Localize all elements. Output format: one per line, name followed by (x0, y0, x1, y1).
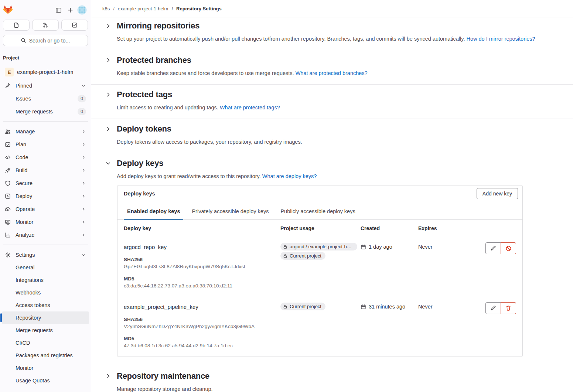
section-repository-maintenance: Repository maintenance Manage repository… (91, 366, 573, 392)
sidebar-item-label: Packages and registries (16, 352, 86, 358)
sidebar-item-deploy[interactable]: Deploy (2, 190, 89, 202)
project-usage-badge[interactable]: Current project (280, 303, 325, 310)
section-collapse-button[interactable] (105, 160, 111, 166)
create-new-button[interactable] (64, 4, 76, 16)
sidebar-item-integrations[interactable]: Integrations (2, 274, 89, 286)
sidebar-item-repository[interactable]: Repository (2, 311, 89, 324)
delete-key-button[interactable] (501, 302, 516, 314)
issues-shortcut-button[interactable] (3, 20, 30, 31)
sidebar-item-label: Merge requests (16, 109, 78, 115)
people-icon (5, 129, 11, 134)
sidebar-item-plan[interactable]: Plan (2, 138, 89, 151)
sidebar-item-analyze[interactable]: Analyze (2, 228, 89, 241)
merge-request-shortcut-icon (42, 22, 48, 28)
tab-publicly-accessible-deploy-keys[interactable]: Publicly accessible deploy keys (277, 202, 358, 219)
section-expand-button[interactable] (105, 23, 111, 29)
sidebar-item-general[interactable]: General (2, 261, 89, 274)
chart-icon (5, 232, 11, 238)
sidebar-item-label: Pinned (16, 83, 81, 89)
sidebar-item-webhooks[interactable]: Webhooks (2, 286, 89, 299)
sidebar-item-access-tokens[interactable]: Access tokens (2, 299, 89, 311)
search-placeholder: Search or go to... (29, 38, 70, 44)
sidebar-item-label: Manage (16, 129, 81, 134)
section-expand-button[interactable] (105, 126, 111, 132)
sidebar-item-monitor[interactable]: Monitor (2, 215, 89, 228)
breadcrumb-current: Repository Settings (168, 6, 221, 11)
section-expand-button[interactable] (105, 373, 111, 379)
section-description: Keep stable branches secure and force de… (117, 69, 563, 77)
rocket-icon (5, 167, 11, 173)
chevron-down-icon (105, 160, 111, 166)
mirror-help-link[interactable]: How do I mirror repositories? (466, 36, 535, 42)
sidebar-item-secure[interactable]: Secure (2, 177, 89, 190)
sidebar-toggle-button[interactable] (52, 4, 64, 16)
pin-icon (5, 83, 11, 89)
merge-requests-shortcut-button[interactable] (32, 20, 59, 31)
section-title: Protected branches (117, 55, 191, 66)
created-value: 1 day ago (369, 244, 392, 250)
calendar-icon (361, 304, 366, 310)
code-icon (5, 154, 11, 160)
shield-icon (5, 180, 11, 186)
gitlab-logo[interactable] (3, 5, 13, 15)
section-title: Mirroring repositories (117, 20, 199, 31)
sidebar-item-label: Issues (16, 96, 78, 102)
sidebar-item-label: Secure (16, 180, 81, 186)
add-new-key-button[interactable]: Add new key (477, 188, 518, 199)
sidebar-divider (3, 245, 88, 245)
chevron-right-icon (81, 142, 86, 147)
tab-privately-accessible-deploy-keys[interactable]: Privately accessible deploy keys (188, 202, 272, 219)
disable-key-button[interactable] (501, 242, 516, 254)
sidebar-item-label: Code (16, 154, 81, 160)
section-description: Add deploy keys to grant read/write acce… (117, 173, 563, 180)
project-avatar: E (5, 68, 14, 76)
breadcrumb-group[interactable]: k8s (102, 6, 110, 11)
section-mirroring-repositories: Mirroring repositories Set up your proje… (91, 17, 573, 50)
sidebar-item-packages-registries[interactable]: Packages and registries (2, 349, 89, 362)
issues-count-badge: 0 (78, 95, 86, 102)
sidebar-item-usage-quotas[interactable]: Usage Quotas (2, 374, 89, 387)
md5-label: MD5 (124, 276, 280, 282)
search-icon (21, 38, 26, 43)
search-input[interactable]: Search or go to... (3, 35, 88, 46)
edit-key-button[interactable] (485, 242, 501, 254)
sidebar-item-label: Analyze (16, 232, 81, 238)
sidebar-item-cicd[interactable]: CI/CD (2, 337, 89, 349)
table-header: Deploy key Project usage Created Expires (117, 220, 522, 237)
project-usage-badge[interactable]: argocd / example-project-he... (280, 243, 357, 250)
sidebar-item-pinned[interactable]: Pinned (2, 79, 89, 92)
plus-icon (67, 7, 74, 13)
user-avatar[interactable] (76, 4, 88, 16)
project-usage-badge[interactable]: Current project (280, 252, 325, 260)
sidebar-item-settings[interactable]: Settings (2, 248, 89, 261)
deploy-keys-help-link[interactable]: What are deploy keys? (262, 173, 317, 179)
section-expand-button[interactable] (105, 92, 111, 98)
sidebar-item-monitor-settings[interactable]: Monitor (2, 362, 89, 374)
sidebar-project-item[interactable]: E example-project-1-helm (2, 65, 89, 79)
sidebar-item-code[interactable]: Code (2, 151, 89, 164)
section-expand-button[interactable] (105, 57, 111, 63)
protected-tags-help-link[interactable]: What are protected tags? (220, 105, 280, 110)
tab-enabled-deploy-keys[interactable]: Enabled deploy keys (124, 202, 183, 219)
sidebar-item-operate[interactable]: Operate (2, 202, 89, 215)
sidebar-item-label: Monitor (16, 365, 86, 371)
column-header-created: Created (361, 220, 418, 237)
table-row: argocd_repo_key SHA256 GpZEGLuq5t3Ls8L8Z… (117, 237, 522, 297)
todo-shortcut-button[interactable] (61, 20, 88, 31)
sidebar-item-merge-requests-settings[interactable]: Merge requests (2, 324, 89, 337)
section-protected-branches: Protected branches Keep stable branches … (91, 50, 573, 85)
pencil-icon (490, 305, 496, 311)
sha256-label: SHA256 (124, 317, 280, 322)
protected-branches-help-link[interactable]: What are protected branches? (296, 70, 368, 76)
breadcrumb-project[interactable]: example-project-1-helm (110, 6, 168, 11)
sidebar-item-build[interactable]: Build (2, 164, 89, 177)
sidebar-item-manage[interactable]: Manage (2, 125, 89, 138)
sidebar-item-label: Plan (16, 142, 81, 147)
table-row: example_project_pipeline_key SHA256 V2yI… (117, 297, 522, 357)
section-description: Deploy tokens allow access to packages, … (117, 138, 563, 146)
unlock-icon (283, 304, 287, 309)
sidebar-item-merge-requests-pinned[interactable]: Merge requests 0 (2, 105, 89, 118)
edit-key-button[interactable] (485, 302, 501, 314)
sha256-label: SHA256 (124, 257, 280, 262)
sidebar-item-issues[interactable]: Issues 0 (2, 92, 89, 105)
